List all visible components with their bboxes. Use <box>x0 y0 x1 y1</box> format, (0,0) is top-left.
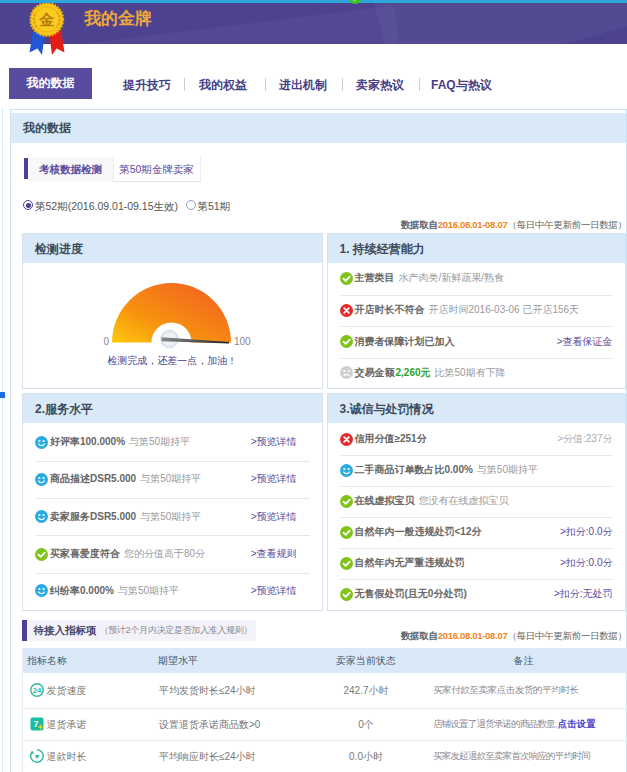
svg-text:0: 0 <box>103 335 109 346</box>
svg-text:100: 100 <box>234 335 251 346</box>
svg-text:金: 金 <box>38 11 55 28</box>
